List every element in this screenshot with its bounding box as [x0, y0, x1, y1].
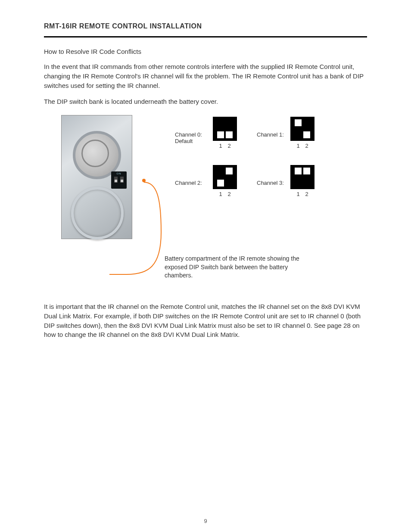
channel-0-numbers: 12: [213, 143, 237, 149]
channel-3-dip-diagram: [290, 165, 314, 189]
channel-1-label: Channel 1:: [257, 131, 284, 138]
paragraph-intro: In the event that IR commands from other…: [44, 62, 367, 90]
battery-ring-icon: [71, 187, 124, 240]
channel-2-label: Channel 2:: [175, 180, 202, 186]
channel-2-numbers: 12: [213, 191, 237, 197]
paragraph-location: The DIP switch bank is located underneat…: [44, 97, 367, 106]
dip-switch-1-icon: [114, 177, 118, 183]
page-header-title: RMT-16IR REMOTE CONTROL INSTALLATION: [44, 22, 367, 30]
header-rule: [44, 36, 367, 37]
channel-3-numbers: 12: [290, 191, 314, 197]
channel-0-label: Channel 0: Default: [175, 131, 202, 144]
channel-3-label: Channel 3:: [257, 180, 284, 186]
channel-1-numbers: 12: [290, 143, 314, 149]
dip-on-label: ON: [111, 172, 127, 175]
document-page: RMT-16IR REMOTE CONTROL INSTALLATION How…: [0, 0, 411, 532]
callout-dot-icon: [142, 179, 146, 182]
figure-caption: Battery compartment of the IR remote sho…: [165, 255, 307, 280]
dip-switch-2-icon: [120, 177, 124, 183]
remote-battery-photo: ON: [61, 115, 132, 239]
figure-area: ON Channel 0: Default 12 Channel 1: 12: [44, 114, 367, 295]
channel-1-dip-diagram: [290, 117, 314, 141]
channel-0-dip-diagram: [213, 117, 237, 141]
paragraph-matching: It is important that the IR channel on t…: [44, 302, 367, 339]
dip-switch-bank-icon: ON: [111, 171, 127, 189]
section-subtitle: How to Resolve IR Code Conflicts: [44, 48, 367, 55]
page-number: 9: [0, 518, 411, 524]
channel-2-dip-diagram: [213, 165, 237, 189]
